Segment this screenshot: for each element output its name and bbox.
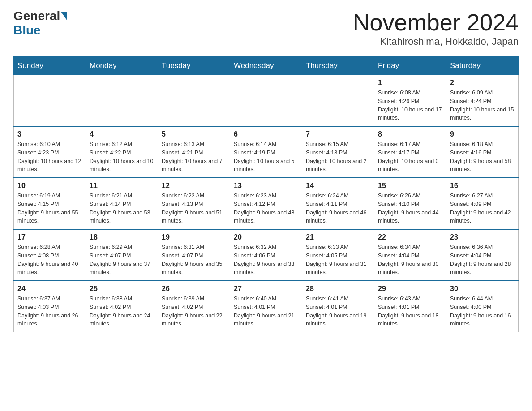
calendar-cell — [158, 75, 230, 127]
day-number: 8 — [378, 130, 442, 138]
day-number: 3 — [17, 130, 82, 138]
day-info: Sunrise: 6:14 AMSunset: 4:19 PMDaylight:… — [234, 140, 298, 174]
day-number: 7 — [306, 130, 370, 138]
day-info: Sunrise: 6:38 AMSunset: 4:02 PMDaylight:… — [90, 295, 154, 328]
day-number: 19 — [162, 233, 226, 241]
day-number: 10 — [17, 182, 82, 190]
calendar-cell — [14, 75, 86, 127]
day-number: 4 — [90, 130, 154, 138]
weekday-header-thursday: Thursday — [302, 57, 374, 75]
calendar-week-row: 3Sunrise: 6:10 AMSunset: 4:23 PMDaylight… — [14, 126, 519, 178]
calendar-cell: 8Sunrise: 6:17 AMSunset: 4:17 PMDaylight… — [374, 126, 446, 178]
day-number: 21 — [306, 233, 370, 241]
calendar-cell: 18Sunrise: 6:29 AMSunset: 4:07 PMDayligh… — [86, 229, 158, 281]
day-number: 6 — [234, 130, 298, 138]
day-info: Sunrise: 6:18 AMSunset: 4:16 PMDaylight:… — [450, 140, 515, 174]
calendar-cell: 22Sunrise: 6:34 AMSunset: 4:04 PMDayligh… — [374, 229, 446, 281]
day-info: Sunrise: 6:40 AMSunset: 4:01 PMDaylight:… — [234, 295, 298, 328]
calendar-cell: 1Sunrise: 6:08 AMSunset: 4:26 PMDaylight… — [374, 75, 446, 127]
day-info: Sunrise: 6:44 AMSunset: 4:00 PMDaylight:… — [450, 295, 515, 328]
calendar-cell: 27Sunrise: 6:40 AMSunset: 4:01 PMDayligh… — [230, 281, 302, 332]
day-number: 15 — [378, 182, 442, 190]
day-info: Sunrise: 6:13 AMSunset: 4:21 PMDaylight:… — [162, 140, 226, 174]
day-number: 1 — [378, 79, 442, 87]
day-number: 29 — [378, 285, 442, 293]
calendar-cell: 12Sunrise: 6:22 AMSunset: 4:13 PMDayligh… — [158, 178, 230, 229]
day-info: Sunrise: 6:21 AMSunset: 4:14 PMDaylight:… — [90, 192, 154, 225]
day-number: 22 — [378, 233, 442, 241]
calendar-cell — [86, 75, 158, 127]
weekday-header-saturday: Saturday — [446, 57, 519, 75]
calendar-cell: 13Sunrise: 6:23 AMSunset: 4:12 PMDayligh… — [230, 178, 302, 229]
calendar-cell: 14Sunrise: 6:24 AMSunset: 4:11 PMDayligh… — [302, 178, 374, 229]
location-text: Kitahiroshima, Hokkaido, Japan — [353, 36, 519, 47]
calendar-cell: 28Sunrise: 6:41 AMSunset: 4:01 PMDayligh… — [302, 281, 374, 332]
calendar-table: SundayMondayTuesdayWednesdayThursdayFrid… — [13, 56, 519, 332]
day-info: Sunrise: 6:19 AMSunset: 4:15 PMDaylight:… — [17, 192, 82, 225]
day-number: 5 — [162, 130, 226, 138]
calendar-cell: 29Sunrise: 6:43 AMSunset: 4:01 PMDayligh… — [374, 281, 446, 332]
calendar-cell: 11Sunrise: 6:21 AMSunset: 4:14 PMDayligh… — [86, 178, 158, 229]
calendar-cell: 3Sunrise: 6:10 AMSunset: 4:23 PMDaylight… — [14, 126, 86, 178]
day-info: Sunrise: 6:17 AMSunset: 4:17 PMDaylight:… — [378, 140, 442, 174]
day-info: Sunrise: 6:41 AMSunset: 4:01 PMDaylight:… — [306, 295, 370, 328]
day-info: Sunrise: 6:09 AMSunset: 4:24 PMDaylight:… — [450, 89, 515, 122]
day-info: Sunrise: 6:12 AMSunset: 4:22 PMDaylight:… — [90, 140, 154, 174]
day-number: 18 — [90, 233, 154, 241]
month-title: November 2024 — [353, 9, 519, 36]
day-info: Sunrise: 6:34 AMSunset: 4:04 PMDaylight:… — [378, 243, 442, 277]
day-number: 13 — [234, 182, 298, 190]
day-number: 27 — [234, 285, 298, 293]
day-info: Sunrise: 6:37 AMSunset: 4:03 PMDaylight:… — [17, 295, 82, 328]
day-number: 20 — [234, 233, 298, 241]
calendar-cell: 21Sunrise: 6:33 AMSunset: 4:05 PMDayligh… — [302, 229, 374, 281]
weekday-header-friday: Friday — [374, 57, 446, 75]
day-info: Sunrise: 6:28 AMSunset: 4:08 PMDaylight:… — [17, 243, 82, 277]
calendar-cell: 7Sunrise: 6:15 AMSunset: 4:18 PMDaylight… — [302, 126, 374, 178]
calendar-week-row: 10Sunrise: 6:19 AMSunset: 4:15 PMDayligh… — [14, 178, 519, 229]
calendar-cell: 16Sunrise: 6:27 AMSunset: 4:09 PMDayligh… — [446, 178, 519, 229]
calendar-week-row: 1Sunrise: 6:08 AMSunset: 4:26 PMDaylight… — [14, 75, 519, 127]
day-number: 9 — [450, 130, 515, 138]
weekday-header-sunday: Sunday — [14, 57, 86, 75]
calendar-cell: 10Sunrise: 6:19 AMSunset: 4:15 PMDayligh… — [14, 178, 86, 229]
logo: General Blue — [13, 9, 68, 38]
day-number: 12 — [162, 182, 226, 190]
day-number: 26 — [162, 285, 226, 293]
calendar-header-row: SundayMondayTuesdayWednesdayThursdayFrid… — [14, 57, 519, 75]
calendar-cell: 4Sunrise: 6:12 AMSunset: 4:22 PMDaylight… — [86, 126, 158, 178]
calendar-week-row: 24Sunrise: 6:37 AMSunset: 4:03 PMDayligh… — [14, 281, 519, 332]
calendar-cell: 23Sunrise: 6:36 AMSunset: 4:04 PMDayligh… — [446, 229, 519, 281]
logo-blue-text: Blue — [13, 23, 41, 38]
day-number: 23 — [450, 233, 515, 241]
calendar-cell: 6Sunrise: 6:14 AMSunset: 4:19 PMDaylight… — [230, 126, 302, 178]
calendar-cell: 15Sunrise: 6:26 AMSunset: 4:10 PMDayligh… — [374, 178, 446, 229]
day-info: Sunrise: 6:08 AMSunset: 4:26 PMDaylight:… — [378, 89, 442, 122]
logo-arrow-icon — [61, 12, 67, 21]
day-number: 14 — [306, 182, 370, 190]
day-info: Sunrise: 6:39 AMSunset: 4:02 PMDaylight:… — [162, 295, 226, 328]
day-info: Sunrise: 6:31 AMSunset: 4:07 PMDaylight:… — [162, 243, 226, 277]
day-info: Sunrise: 6:33 AMSunset: 4:05 PMDaylight:… — [306, 243, 370, 277]
calendar-cell: 26Sunrise: 6:39 AMSunset: 4:02 PMDayligh… — [158, 281, 230, 332]
weekday-header-wednesday: Wednesday — [230, 57, 302, 75]
calendar-cell: 17Sunrise: 6:28 AMSunset: 4:08 PMDayligh… — [14, 229, 86, 281]
day-number: 11 — [90, 182, 154, 190]
day-info: Sunrise: 6:32 AMSunset: 4:06 PMDaylight:… — [234, 243, 298, 277]
day-number: 25 — [90, 285, 154, 293]
day-info: Sunrise: 6:23 AMSunset: 4:12 PMDaylight:… — [234, 192, 298, 225]
calendar-cell — [230, 75, 302, 127]
calendar-cell: 20Sunrise: 6:32 AMSunset: 4:06 PMDayligh… — [230, 229, 302, 281]
calendar-cell: 19Sunrise: 6:31 AMSunset: 4:07 PMDayligh… — [158, 229, 230, 281]
calendar-cell: 2Sunrise: 6:09 AMSunset: 4:24 PMDaylight… — [446, 75, 519, 127]
calendar-cell: 25Sunrise: 6:38 AMSunset: 4:02 PMDayligh… — [86, 281, 158, 332]
weekday-header-tuesday: Tuesday — [158, 57, 230, 75]
day-info: Sunrise: 6:27 AMSunset: 4:09 PMDaylight:… — [450, 192, 515, 225]
calendar-cell: 9Sunrise: 6:18 AMSunset: 4:16 PMDaylight… — [446, 126, 519, 178]
day-info: Sunrise: 6:24 AMSunset: 4:11 PMDaylight:… — [306, 192, 370, 225]
day-info: Sunrise: 6:43 AMSunset: 4:01 PMDaylight:… — [378, 295, 442, 328]
day-number: 30 — [450, 285, 515, 293]
logo-general-text: General — [13, 9, 60, 23]
calendar-cell — [302, 75, 374, 127]
title-block: November 2024 Kitahiroshima, Hokkaido, J… — [353, 9, 519, 47]
